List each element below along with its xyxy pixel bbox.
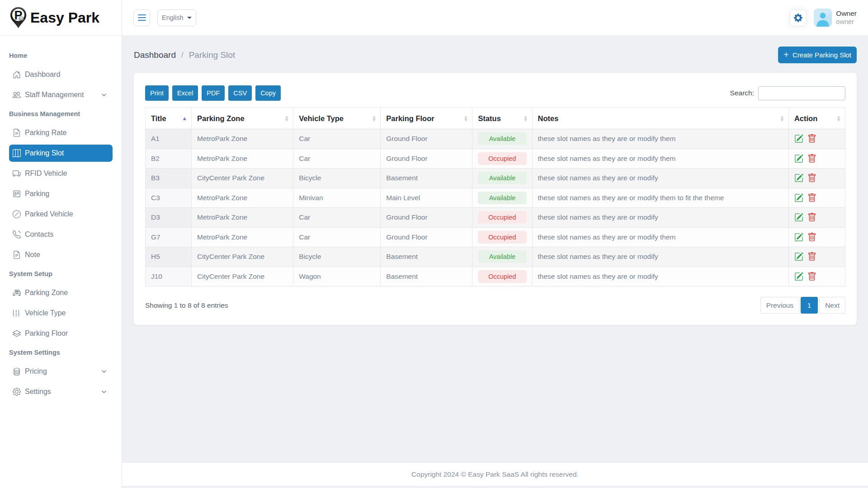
csv-button[interactable]: CSV: [228, 85, 252, 101]
edit-pencil-icon: [794, 213, 803, 222]
sort-icon: ▲▼: [524, 115, 528, 122]
pagination-next-button[interactable]: Next: [819, 297, 845, 314]
user-name: Owner: [836, 9, 857, 18]
sidebar-item-rfid-vehicle[interactable]: RFID Vehicle: [9, 165, 113, 182]
cell-parking-zone: MetroPark Zone: [192, 208, 293, 228]
settings-gear-button[interactable]: [790, 9, 807, 26]
delete-button[interactable]: [807, 213, 816, 222]
table-row: B3 CityCenter Park Zone Bicycle Basement…: [146, 169, 845, 188]
edit-pencil-icon: [794, 193, 803, 202]
delete-button[interactable]: [807, 233, 816, 242]
sidebar-item-dashboard[interactable]: Dashboard: [9, 66, 113, 83]
car-front-icon: [13, 289, 21, 297]
sidebar-item-parking-slot[interactable]: Parking Slot: [9, 145, 113, 162]
sidebar-item-pricing[interactable]: Pricing: [9, 363, 113, 380]
topbar-right: Owner owner: [790, 9, 857, 27]
delete-button[interactable]: [807, 174, 816, 183]
column-header-status[interactable]: Status▲▼: [472, 108, 532, 129]
breadcrumb-dashboard-link[interactable]: Dashboard: [134, 50, 176, 60]
language-select-value: English: [162, 14, 184, 21]
delete-button[interactable]: [807, 134, 816, 143]
create-parking-slot-button[interactable]: + Create Parking Slot: [778, 47, 857, 63]
column-header-parking-zone[interactable]: Parking Zone▲▼: [192, 108, 293, 129]
cell-title: H5: [146, 247, 192, 267]
trash-icon: [807, 193, 816, 202]
cell-status: Occupied: [472, 267, 532, 286]
cell-status: Occupied: [472, 149, 532, 169]
sliders-icon: [13, 309, 21, 317]
gear-icon: [13, 388, 21, 396]
pagination-page-1-button[interactable]: 1: [801, 297, 818, 314]
pdf-button[interactable]: PDF: [202, 85, 225, 101]
table-row: J10 CityCenter Park Zone Wagon Basement …: [146, 267, 845, 286]
nav-section-business-management: Business Management: [0, 107, 122, 124]
edit-button[interactable]: [794, 272, 803, 281]
column-header-notes[interactable]: Notes▲▼: [532, 108, 788, 129]
pagination-previous-button[interactable]: Previous: [760, 297, 799, 314]
edit-button[interactable]: [794, 134, 803, 143]
nav-section-system-settings: System Settings: [0, 345, 122, 363]
sidebar-item-vehicle-type[interactable]: Vehicle Type: [9, 305, 113, 322]
sidebar-item-label: Parking Rate: [25, 129, 67, 137]
sidebar-item-parking[interactable]: Parking: [9, 185, 113, 202]
column-header-action[interactable]: Action▲▼: [788, 108, 845, 129]
cell-parking-zone: CityCenter Park Zone: [192, 247, 293, 267]
column-header-title[interactable]: Title▲: [146, 108, 192, 129]
sidebar-item-parking-rate[interactable]: Parking Rate: [9, 124, 113, 141]
note-icon: [13, 251, 21, 259]
parking-meter-icon: [13, 190, 21, 198]
delete-button[interactable]: [807, 272, 816, 281]
brand-pin-icon: P: [10, 7, 27, 28]
delete-button[interactable]: [807, 193, 816, 202]
table-row: C3 MetroPark Zone Minivan Main Level Ava…: [146, 188, 845, 208]
edit-button[interactable]: [794, 252, 803, 261]
cell-vehicle-type: Car: [293, 129, 381, 149]
table-row: A1 MetroPark Zone Car Ground Floor Avail…: [146, 129, 845, 149]
content-area: Dashboard / Parking Slot + Create Parkin…: [122, 36, 868, 462]
sidebar-item-staff-management[interactable]: Staff Management: [9, 86, 113, 103]
page-head: Dashboard / Parking Slot + Create Parkin…: [134, 47, 857, 63]
cell-parking-zone: MetroPark Zone: [192, 149, 293, 169]
cell-status: Available: [472, 188, 532, 208]
edit-button[interactable]: [794, 174, 803, 183]
people-icon: [13, 91, 21, 99]
column-header-parking-floor[interactable]: Parking Floor▲▼: [381, 108, 472, 129]
user-meta[interactable]: Owner owner: [836, 9, 857, 25]
sidebar-item-contacts[interactable]: Contacts: [9, 226, 113, 243]
status-badge: Available: [478, 192, 526, 204]
chevron-down-icon: [101, 389, 107, 395]
edit-button[interactable]: [794, 154, 803, 163]
sidebar-item-parking-zone[interactable]: Parking Zone: [9, 284, 113, 301]
sidebar-item-label: RFID Vehicle: [25, 169, 67, 178]
sidebar-item-note[interactable]: Note: [9, 246, 113, 263]
print-button[interactable]: Print: [145, 85, 169, 101]
phone-icon: [13, 230, 21, 239]
user-avatar[interactable]: [814, 9, 832, 27]
brand-logo[interactable]: P Easy Park: [0, 0, 122, 36]
map-icon: [13, 149, 21, 157]
column-header-vehicle-type[interactable]: Vehicle Type▲▼: [293, 108, 381, 129]
status-badge: Available: [478, 172, 526, 184]
brand-name: Easy Park: [30, 9, 99, 26]
excel-button[interactable]: Excel: [172, 85, 198, 101]
table-row: H5 CityCenter Park Zone Bicycle Basement…: [146, 247, 845, 267]
sidebar-item-parking-floor[interactable]: Parking Floor: [9, 325, 113, 342]
edit-button[interactable]: [794, 233, 803, 242]
topbar: English Owner owner: [122, 0, 868, 36]
table-header-row: Title▲ Parking Zone▲▼ Vehicle Type▲▼ Par…: [146, 108, 845, 129]
trash-icon: [807, 233, 816, 242]
cell-action: [788, 188, 845, 208]
language-select[interactable]: English: [157, 9, 196, 26]
edit-button[interactable]: [794, 193, 803, 202]
nav-section-system-setup: System Setup: [0, 267, 122, 284]
delete-button[interactable]: [807, 252, 816, 261]
sidebar-item-parked-vehicle[interactable]: Parked Vehicle: [9, 206, 113, 223]
search-input[interactable]: [758, 86, 845, 100]
sidebar-toggle-button[interactable]: [133, 9, 150, 26]
delete-button[interactable]: [807, 154, 816, 163]
cell-vehicle-type: Bicycle: [293, 247, 381, 267]
copy-button[interactable]: Copy: [255, 85, 281, 101]
sidebar-item-settings[interactable]: Settings: [9, 383, 113, 400]
edit-button[interactable]: [794, 213, 803, 222]
cell-notes: these slot names as they are or modify t…: [532, 188, 788, 208]
